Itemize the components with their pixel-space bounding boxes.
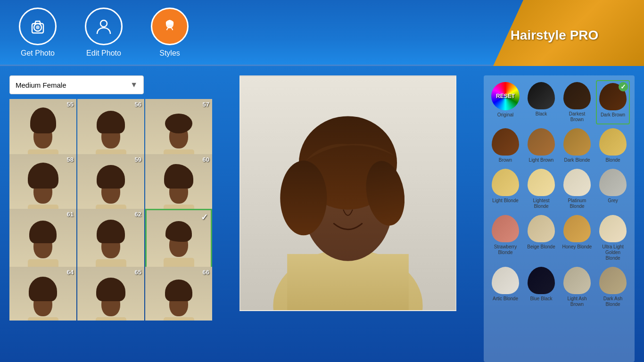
app-logo: Hairstyle PRO [493,0,644,66]
color-dark-ash-label: Dark Ash Blonde [598,296,628,307]
color-ultra-light-label: Ultra Light Golden Blonde [598,244,628,261]
style-item-66[interactable]: 66 [145,267,212,321]
styles-grid: 55 56 57 [9,99,212,321]
color-grey[interactable]: Grey [596,167,630,211]
edit-photo-icon-circle [85,8,123,45]
color-platinum-label: Platinum Blonde [562,198,592,209]
color-original[interactable]: RESET Original [488,80,522,124]
color-blue-black[interactable]: Blue Black [524,265,558,309]
color-honey-label: Honey Blonde [562,244,592,250]
camera-icon [28,17,47,36]
hair-icon [160,17,179,36]
app-header: Get Photo Edit Photo Styles [0,0,644,66]
app-title: Hairstyle PRO [511,28,599,43]
brown-swatch [492,128,519,156]
dropdown-value: Medium Female [16,81,66,89]
nav-edit-photo[interactable]: Edit Photo [85,8,123,58]
black-swatch [528,82,555,109]
style-item-64[interactable]: 64 [9,267,76,321]
beige-blonde-swatch [528,215,555,242]
color-darkest-brown[interactable]: Darkest Brown [560,80,594,124]
color-swatches-grid: RESET Original Black Darkest Brown Dark … [488,80,630,309]
style-category-dropdown[interactable]: Medium Female ▼ [9,75,144,94]
nav-get-photo[interactable]: Get Photo [19,8,57,58]
svg-point-15 [280,161,327,236]
nav-styles[interactable]: Styles [151,8,189,58]
color-strawberry[interactable]: Strawberry Blonde [488,213,522,263]
color-dark-brown[interactable]: Dark Brown [596,80,630,124]
color-artic-blonde-label: Artic Blonde [493,296,518,302]
artic-blonde-swatch [492,267,519,294]
style-selector-panel: Medium Female ▼ 55 56 [9,75,212,362]
preview-image [239,75,456,311]
color-brown[interactable]: Brown [488,126,522,165]
color-honey[interactable]: Honey Blonde [560,213,594,263]
get-photo-label: Get Photo [21,49,55,58]
preview-panel [219,75,477,362]
styles-icon-circle [151,8,189,45]
color-panel: RESET Original Black Darkest Brown Dark … [484,75,635,362]
nav-bar: Get Photo Edit Photo Styles [19,8,189,58]
color-original-label: Original [497,112,513,118]
color-light-brown[interactable]: Light Brown [524,126,558,165]
preview-person-svg [240,75,455,311]
get-photo-icon-circle [19,8,57,45]
dark-brown-swatch [599,83,627,110]
lightest-blonde-swatch [528,169,555,196]
color-ultra-light[interactable]: Ultra Light Golden Blonde [596,213,630,263]
color-lightest-blonde[interactable]: Lightest Blonde [524,167,558,211]
style-item-65[interactable]: 65 [77,267,144,321]
color-light-ash[interactable]: Light Ash Brown [560,265,594,309]
color-grey-label: Grey [608,198,618,204]
color-darkest-brown-label: Darkest Brown [562,111,592,123]
grey-swatch [599,169,627,196]
svg-rect-7 [287,254,409,311]
color-light-blonde-label: Light Blonde [492,198,519,204]
color-dark-blonde-label: Dark Blonde [564,157,590,163]
person-icon [94,17,113,36]
color-black-label: Black [536,111,547,117]
honey-swatch [563,215,591,242]
main-content: Medium Female ▼ 55 56 [0,66,644,362]
color-dark-blonde[interactable]: Dark Blonde [560,126,594,165]
dark-blonde-swatch [563,128,591,156]
platinum-swatch [563,169,591,196]
checkmark-icon: ✓ [201,212,208,222]
color-dark-brown-label: Dark Brown [601,112,625,118]
blue-black-swatch [528,267,555,294]
blonde-swatch [599,128,627,156]
color-blue-black-label: Blue Black [530,296,552,302]
svg-point-2 [36,25,40,29]
ultra-light-swatch [599,215,627,242]
color-blonde-label: Blonde [605,157,620,163]
styles-label: Styles [159,49,180,58]
color-light-ash-label: Light Ash Brown [562,296,592,307]
light-ash-swatch [563,267,591,294]
color-black[interactable]: Black [524,80,558,124]
color-artic-blonde[interactable]: Artic Blonde [488,265,522,309]
color-platinum[interactable]: Platinum Blonde [560,167,594,211]
color-brown-label: Brown [499,157,512,163]
dark-ash-swatch [599,267,627,294]
svg-point-3 [100,20,107,27]
darkest-brown-swatch [563,82,591,109]
color-light-brown-label: Light Brown [529,157,554,163]
color-beige-blonde[interactable]: Beige Blonde [524,213,558,263]
edit-photo-label: Edit Photo [86,49,121,58]
color-beige-blonde-label: Beige Blonde [527,244,555,250]
light-brown-swatch [528,128,555,156]
light-blonde-swatch [492,169,519,196]
color-dark-ash[interactable]: Dark Ash Blonde [596,265,630,309]
strawberry-swatch [492,215,519,242]
color-lightest-blonde-label: Lightest Blonde [526,198,556,209]
chevron-down-icon: ▼ [130,81,138,89]
color-blonde[interactable]: Blonde [596,126,630,165]
reset-swatch: RESET [491,82,520,110]
color-light-blonde[interactable]: Light Blonde [488,167,522,211]
color-strawberry-label: Strawberry Blonde [490,244,520,255]
